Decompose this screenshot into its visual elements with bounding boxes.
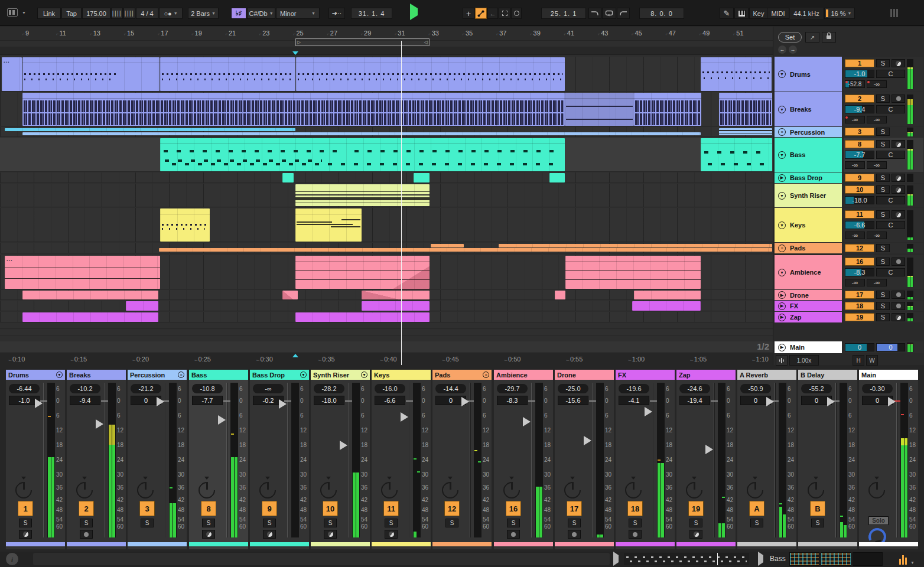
clip[interactable] (362, 291, 430, 299)
fold-icon[interactable]: ▼ (778, 106, 786, 113)
clip[interactable] (632, 301, 701, 311)
link-button[interactable]: Link (37, 8, 61, 19)
clip[interactable] (634, 291, 701, 299)
track-lane-drums[interactable]: ... (0, 57, 773, 92)
clip[interactable] (22, 132, 701, 135)
track-number[interactable]: 18 (845, 302, 874, 310)
return-activator[interactable]: B (810, 501, 825, 516)
track-activator[interactable]: 19 (688, 501, 704, 516)
draw-automation-button[interactable]: ↗ (805, 32, 819, 43)
peak-level[interactable]: -14.4 (435, 384, 466, 393)
track-header-fx[interactable]: ▶FX 18 S (775, 301, 923, 311)
solo-button[interactable]: S (876, 59, 890, 67)
pan-knob[interactable] (806, 481, 825, 500)
track-lane-drone[interactable] (0, 290, 773, 300)
solo-button[interactable]: S (876, 258, 890, 266)
track-lane-fx[interactable] (0, 301, 773, 311)
clip[interactable] (160, 57, 295, 91)
metronome-button[interactable]: ○●▼ (159, 8, 183, 19)
arm-button[interactable] (892, 210, 905, 219)
arm-button[interactable] (263, 530, 276, 539)
clip[interactable] (295, 195, 430, 206)
unfold-icon[interactable]: ▶ (778, 174, 786, 182)
pan-knob[interactable] (502, 481, 521, 500)
solo-button[interactable]: S (876, 185, 890, 194)
peak-level[interactable]: -19.6 (619, 384, 649, 393)
mixer-strip-zap[interactable]: Zap -24.6 -19.4 606121824303642485460 19… (676, 370, 736, 549)
tap-tempo-button[interactable]: Tap (61, 8, 82, 19)
pan-field[interactable]: C (876, 105, 905, 113)
peak-level[interactable]: -28.2 (314, 384, 344, 393)
track-number[interactable]: 8 (845, 140, 874, 148)
clip[interactable] (549, 173, 565, 183)
clip[interactable] (555, 291, 565, 299)
volume-fader[interactable] (888, 397, 896, 406)
unfold-icon[interactable]: ▶ (778, 291, 786, 299)
solo-button[interactable]: S (141, 519, 154, 527)
window-selector[interactable]: ▼ (7, 8, 26, 17)
pan-field[interactable]: C (876, 268, 905, 276)
peak-level[interactable]: -21.2 (131, 384, 161, 393)
arm-button[interactable] (80, 530, 93, 539)
send-a-field[interactable]: -∞ (845, 279, 865, 286)
pan-field[interactable]: C (876, 70, 905, 78)
pan-knob[interactable] (624, 481, 643, 500)
volume-field[interactable]: -7.7 (192, 396, 223, 405)
next-locator-button[interactable]: → (789, 45, 797, 54)
track-number[interactable]: 17 (845, 291, 874, 299)
solo-button[interactable]: S (876, 244, 890, 252)
volume-field[interactable]: -18.0 (845, 196, 874, 204)
solo-button[interactable]: S (445, 519, 458, 527)
pan-knob[interactable] (746, 481, 764, 500)
clip[interactable] (160, 138, 565, 171)
track-lane-breaks[interactable] (0, 92, 773, 126)
volume-fader[interactable] (340, 441, 347, 450)
automation-mode-button[interactable] (475, 8, 487, 19)
add-tracks-button[interactable]: + (463, 8, 474, 19)
arm-button[interactable] (507, 530, 520, 539)
track-number[interactable]: 19 (845, 313, 874, 321)
volume-field[interactable]: -8.3 (497, 396, 528, 405)
device-chain-overview[interactable] (789, 552, 883, 566)
volume-fader[interactable] (401, 412, 408, 422)
mixer-strip-fx[interactable]: FX -19.6 -4.1 606121824303642485460 18 S (616, 370, 675, 549)
pan-field[interactable]: C (876, 151, 905, 159)
solo-button[interactable]: S (385, 519, 398, 527)
pan-knob[interactable] (867, 481, 886, 500)
follow-button[interactable]: ➔·· (328, 8, 345, 19)
pan-knob[interactable] (563, 481, 582, 500)
mixer-strip-pads[interactable]: Pads≡ -14.4 0 606121824303642485460 12 S (432, 370, 492, 549)
track-header-bass-drop[interactable]: ▶Bass Drop 9 S (775, 172, 923, 183)
set-locator-button[interactable]: Set (778, 32, 802, 43)
track-number[interactable]: 9 (845, 174, 874, 182)
track-lane-empty[interactable] (0, 323, 773, 329)
width-zoom-button[interactable]: W (866, 355, 878, 366)
volume-field[interactable]: -6.6 (375, 396, 405, 405)
device-thumbnail[interactable] (821, 552, 851, 566)
clip[interactable]: ... (2, 57, 22, 91)
track-activator[interactable]: 17 (567, 501, 582, 516)
peak-level[interactable]: -29.7 (497, 384, 528, 393)
track-lane-bass-drop[interactable] (0, 172, 773, 183)
track-activator[interactable]: 11 (383, 501, 399, 516)
mixer-strip-main[interactable]: Main -0.30 0 606121824303642485460 Solo (859, 370, 918, 549)
track-activator[interactable]: 10 (323, 501, 338, 516)
track-lane-percussion[interactable] (0, 127, 773, 137)
track-header-keys[interactable]: ▼Keys 11 S -6.6 C -∞ -∞ (775, 208, 923, 242)
fader-track[interactable] (43, 383, 44, 537)
arm-button[interactable] (892, 174, 905, 182)
punch-position-field[interactable]: 25. 1. 1 (541, 8, 586, 19)
mixer-strip-keys[interactable]: Keys -16.0 -6.6 606121824303642485460 11… (372, 370, 431, 549)
send-a-field[interactable]: -∞ (845, 232, 865, 239)
clip[interactable] (634, 93, 701, 126)
track-header-bass[interactable]: ▼Bass 8 S -7.7 C -∞ -∞ (775, 138, 923, 172)
pan-knob[interactable] (258, 481, 277, 500)
volume-fader[interactable] (35, 399, 43, 408)
clip[interactable] (701, 138, 772, 171)
track-activator[interactable]: 8 (201, 501, 216, 516)
clip[interactable] (159, 248, 772, 252)
mixer-strip-ambience[interactable]: Ambience -29.7 -8.3 60612182430364248546… (494, 370, 553, 549)
arm-button[interactable] (892, 185, 905, 194)
capture-midi-button[interactable] (511, 8, 522, 19)
pan-knob[interactable] (75, 481, 94, 500)
